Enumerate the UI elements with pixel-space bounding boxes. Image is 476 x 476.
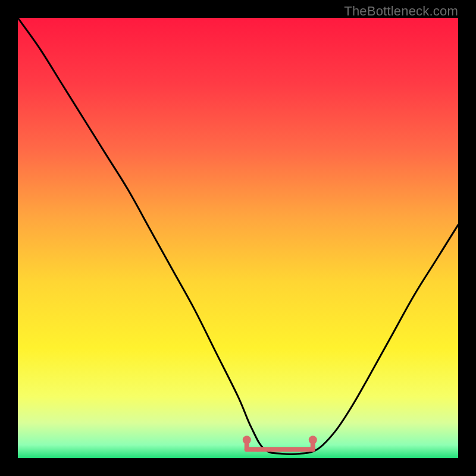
bracket-bump	[278, 448, 281, 452]
bracket-bump	[267, 448, 271, 452]
bracket-right-cap	[309, 436, 317, 444]
chart-svg	[18, 18, 458, 458]
watermark-text: TheBottleneck.com	[344, 4, 458, 19]
plot-area	[18, 18, 458, 458]
bracket-bump	[289, 448, 293, 452]
bracket-bump	[300, 448, 303, 452]
bracket-bump	[256, 448, 259, 452]
gradient-background	[18, 18, 458, 458]
bracket-left-cap	[243, 436, 251, 444]
chart-frame: TheBottleneck.com	[0, 0, 476, 476]
